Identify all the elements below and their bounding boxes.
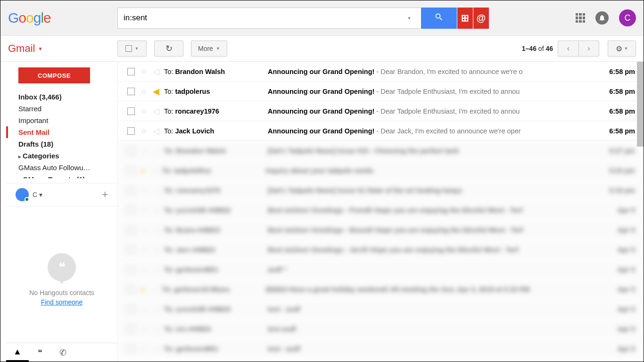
content: COMPOSE Inbox (3,466)StarredImportantSen… <box>0 62 644 362</box>
label-icon[interactable]: ◀ <box>153 86 159 97</box>
label-icon[interactable]: ◁ <box>153 126 159 136</box>
row-time: 6:58 pm <box>597 88 640 95</box>
row-recipient: To: Brandon Walsh <box>164 68 268 75</box>
gmail-dropdown[interactable]: Gmail ▼ <box>8 42 117 55</box>
add-contact-icon[interactable]: + <box>102 189 108 201</box>
row-recipient: To: tadpolerus <box>164 88 268 95</box>
email-row-blurred: ☆ ◁ To: yxxxASB ##8822 Best wishes! Gree… <box>118 200 644 220</box>
gmail-label-text: Gmail <box>8 42 35 55</box>
email-row[interactable]: ☆ ◁ To: roncarey1976 Announcing our Gran… <box>118 101 644 121</box>
hangouts-panel: ❝ No Hangouts contacts Find someone <box>6 206 117 343</box>
caret-down-icon: ▼ <box>135 46 139 51</box>
sidebar: COMPOSE Inbox (3,466)StarredImportantSen… <box>0 62 117 362</box>
sidebar-item-6[interactable]: GMass Auto Followu… <box>6 162 117 173</box>
sidebar-item-5[interactable]: Categories <box>6 150 117 162</box>
find-someone-link[interactable]: Find someone <box>41 298 83 306</box>
sidebar-item-2[interactable]: Important <box>6 115 117 126</box>
action-toolbar: ▼ ↻ More ▼ <box>117 41 227 57</box>
chevron-right-icon: › <box>587 44 590 53</box>
grid-icon: ⊞ <box>461 12 469 24</box>
row-recipient: To: roncarey1976 <box>164 107 268 115</box>
email-row-blurred: ☆ ◁ To: roncarey1976 [Sat's Tadpole News… <box>118 181 644 200</box>
header: Google ▼ ⊞ @ C <box>0 0 644 36</box>
contacts-tab[interactable]: ▲ <box>6 343 29 362</box>
hangouts-user-row[interactable]: C ▾ + <box>6 183 117 206</box>
gmass-sheet-button[interactable]: ⊞ <box>457 8 473 29</box>
star-icon[interactable]: ☆ <box>140 67 147 76</box>
caret-down-icon: ▼ <box>624 46 628 51</box>
email-row[interactable]: ☆ ◀ To: tadpolerus Announcing our Grand … <box>118 82 644 101</box>
apps-icon[interactable] <box>576 13 585 23</box>
gear-icon: ⚙ <box>616 44 622 53</box>
hangouts-tabs: ▲ ❝ ✆ <box>6 343 117 362</box>
phone-icon: ✆ <box>59 347 66 358</box>
row-time: 6:58 pm <box>597 107 640 115</box>
row-checkbox[interactable] <box>127 88 135 95</box>
row-checkbox[interactable] <box>127 68 135 75</box>
pagination-nav: ‹ › <box>558 41 599 57</box>
gmass-followup-button[interactable]: @ <box>473 8 489 29</box>
person-icon: ▲ <box>13 347 22 357</box>
row-checkbox[interactable] <box>127 127 135 135</box>
email-row-blurred: ☆ ◁ To: Jars ##8823 Best wishes! Greetin… <box>118 240 644 260</box>
page-info: 1–46 of 46 <box>522 45 553 52</box>
compose-button[interactable]: COMPOSE <box>18 67 90 83</box>
prev-page-button[interactable]: ‹ <box>558 41 578 57</box>
search-box[interactable]: ▼ <box>117 8 421 29</box>
email-row-blurred: ☆ ◁ To: Brandon Walsh [Sat's Tadpole New… <box>118 141 644 161</box>
settings-button[interactable]: ⚙ ▼ <box>608 41 636 57</box>
row-subject: Announcing our Grand Opening! - Dear Jac… <box>268 127 597 135</box>
hangouts-tab[interactable]: ❝ <box>29 343 51 362</box>
toolbar: Gmail ▼ ▼ ↻ More ▼ 1–46 of 46 ‹ › ⚙ ▼ <box>0 36 644 62</box>
refresh-button[interactable]: ↻ <box>154 41 183 57</box>
search-options-dropdown-icon[interactable]: ▼ <box>403 16 415 21</box>
sidebar-item-0[interactable]: Inbox (3,466) <box>6 91 117 103</box>
scrollbar-thumb[interactable] <box>637 62 644 147</box>
toolbar-right: 1–46 of 46 ‹ › ⚙ ▼ <box>522 41 636 57</box>
search-icon <box>434 12 444 24</box>
select-all-button[interactable]: ▼ <box>117 41 147 57</box>
user-name: C ▾ <box>33 191 42 198</box>
row-subject: Announcing our Grand Opening! - Dear Bra… <box>268 68 597 75</box>
email-row-blurred: ☆ ◁ To: yxxxASB ##8823 test - asdf Apr 5 <box>118 299 644 319</box>
next-page-button[interactable]: › <box>578 41 599 57</box>
email-row[interactable]: ☆ ◁ To: Brandon Walsh Announcing our Gra… <box>118 62 644 82</box>
star-icon[interactable]: ☆ <box>140 87 147 96</box>
hangouts-empty-text: No Hangouts contacts <box>29 289 94 296</box>
email-row-blurred: ● ◁ To: gerbson18 Bkara (82823 Have a gr… <box>118 280 644 299</box>
label-icon[interactable]: ◁ <box>153 106 159 116</box>
row-checkbox[interactable] <box>127 107 135 115</box>
email-list[interactable]: ☆ ◁ To: Brandon Walsh Announcing our Gra… <box>117 62 644 362</box>
search-input[interactable] <box>124 13 403 23</box>
more-label: More <box>198 45 213 52</box>
checkbox-icon <box>125 45 132 52</box>
google-logo[interactable]: Google <box>8 10 117 26</box>
user-avatar-icon <box>16 188 29 201</box>
sidebar-item-4[interactable]: Drafts (18) <box>6 138 117 150</box>
sidebar-item-7[interactable]: GMass Reports (1) <box>6 173 117 178</box>
sidebar-item-1[interactable]: Starred <box>6 103 117 115</box>
email-row-blurred: ☆ ◁ To: gerbson4851 test - asdf Apr 5 <box>118 339 644 359</box>
row-recipient: To: Jack Lovich <box>164 127 268 135</box>
star-icon[interactable]: ☆ <box>140 107 147 115</box>
sidebar-item-3[interactable]: Sent Mail <box>6 126 117 138</box>
more-button[interactable]: More ▼ <box>191 41 227 57</box>
search-container: ▼ ⊞ @ <box>117 8 489 29</box>
notifications-icon[interactable] <box>595 11 609 25</box>
label-icon[interactable]: ◁ <box>153 66 159 77</box>
caret-down-icon: ▼ <box>216 46 220 51</box>
email-row-blurred: ☆ ◁ To: Bcara ##8823 Best wishes! Greeti… <box>118 220 644 240</box>
phone-tab[interactable]: ✆ <box>51 343 74 362</box>
row-time: 6:58 pm <box>597 68 640 75</box>
row-subject: Announcing our Grand Opening! - Dear Tad… <box>268 88 597 95</box>
refresh-icon: ↻ <box>165 43 173 54</box>
row-time: 6:58 pm <box>597 127 640 135</box>
email-row-blurred: ☆ ◁ To: mn ##8823 test asdf Apr 5 <box>118 319 644 339</box>
email-row[interactable]: ☆ ◁ To: Jack Lovich Announcing our Grand… <box>118 121 644 141</box>
nav-list: Inbox (3,466)StarredImportantSent MailDr… <box>6 91 117 178</box>
search-button[interactable] <box>421 8 457 29</box>
at-icon: @ <box>477 13 486 24</box>
email-row-blurred: ● ◁ To: tadpoleRus Inquiry about your ta… <box>118 161 644 181</box>
account-avatar[interactable]: C <box>619 9 636 26</box>
star-icon[interactable]: ☆ <box>140 126 147 135</box>
